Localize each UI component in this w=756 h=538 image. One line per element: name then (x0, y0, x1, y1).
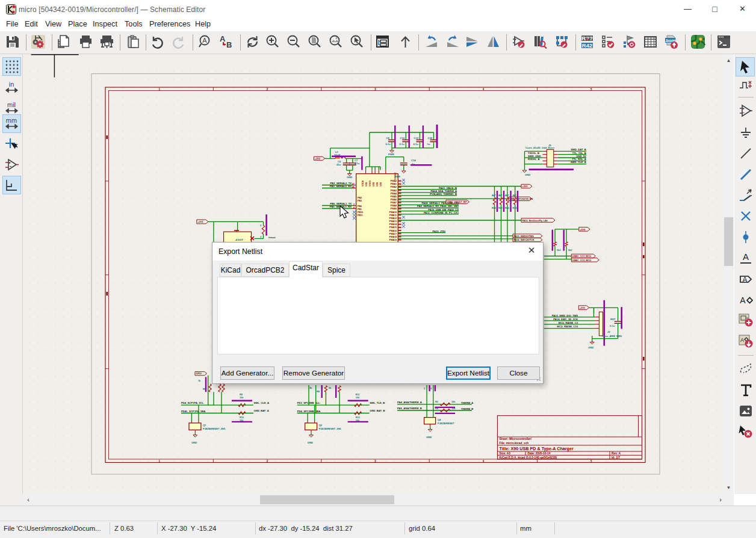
svg-text:GND_5V: GND_5V (576, 155, 586, 158)
svg-text:4: 4 (353, 206, 355, 209)
svg-text:SWL_TLK_B: SWL_TLK_B (370, 401, 385, 404)
svg-text:C10: C10 (400, 137, 405, 140)
svg-text:2: 2 (267, 460, 268, 463)
svg-text:VSS: VSS (373, 182, 375, 187)
svg-text:R10: R10 (240, 416, 244, 419)
svg-text:10k: 10k (240, 397, 244, 399)
svg-text:C14: C14 (411, 159, 416, 162)
svg-text:Q4: Q4 (438, 418, 441, 421)
svg-text:4k7: 4k7 (498, 194, 502, 197)
svg-text:R11: R11 (356, 394, 360, 396)
svg-text:Id: 1/7: Id: 1/7 (612, 456, 620, 459)
svg-text:THERM_B: THERM_B (461, 407, 473, 410)
svg-text:C6: C6 (338, 160, 341, 163)
svg-text:PA4_ANA/THERM_A: PA4_ANA/THERM_A (397, 401, 422, 404)
svg-text:R5: R5 (203, 388, 206, 391)
svg-text:1: 1 (158, 88, 160, 91)
svg-text:PA13_SWD_DIO_TMS: PA13_SWD_DIO_TMS (552, 314, 578, 317)
svg-text:PA12_NexGxxx/Fg_L4d: PA12_NexGxxx/Fg_L4d (522, 220, 548, 222)
svg-text:GND: GND (308, 441, 313, 444)
svg-text:USBC_CC1_MCU: USBC_CC1_MCU (572, 255, 591, 258)
svg-text:A: A (743, 252, 749, 262)
svg-text:TTL_RXL_A: TTL_RXL_A (572, 158, 586, 161)
svg-text:VSS: VSS (376, 182, 379, 187)
svg-text:+5V0: +5V0 (580, 229, 585, 231)
svg-text:PA15_JTDI: PA15_JTDI (432, 230, 445, 233)
svg-text:PJEZB/RESET: PJEZB/RESET (438, 422, 454, 425)
svg-text:A: A (740, 295, 746, 305)
svg-text:PA11_CONFDNE_IN_PC_CX1: PA11_CONFDNE_IN_PC_CX1 (424, 211, 459, 214)
svg-text:GND: GND (525, 173, 530, 176)
svg-text:VDDA: VDDA (362, 180, 364, 187)
svg-text:4: 4 (483, 460, 485, 463)
svg-text:RXDXL_A: RXDXL_A (528, 158, 540, 161)
svg-text:PWA11: PWA11 (389, 214, 397, 217)
svg-text:10k: 10k (240, 419, 244, 422)
svg-text:PWR: PWR (388, 153, 394, 156)
svg-text:4k7: 4k7 (513, 194, 516, 197)
svg-text:1u: 1u (427, 143, 430, 146)
svg-text:PB10: PB10 (358, 211, 363, 214)
svg-text:THERM_A: THERM_A (461, 401, 473, 404)
svg-text:2: 2 (260, 224, 262, 227)
svg-text:PD4L_SCP1PA_3BA: PD4L_SCP1PA_3BA (181, 410, 205, 413)
svg-text:Sheet: /Microcontroller/: Sheet: /Microcontroller/ (500, 438, 532, 441)
svg-text:A: A (202, 37, 207, 44)
svg-text:PWA0: PWA0 (391, 180, 397, 182)
svg-text:0.1u: 0.1u (610, 324, 615, 327)
svg-text:PWA16: PWA16 (389, 230, 397, 232)
svg-text:R22: R22 (505, 207, 509, 209)
svg-text:R23: R23 (513, 207, 517, 209)
svg-text:5: 5 (590, 88, 592, 91)
svg-text:PB0: PB0 (358, 205, 362, 208)
svg-text:GND_BAT_B: GND_BAT_B (370, 409, 385, 412)
svg-text:46: 46 (352, 186, 355, 188)
svg-text:Date: 2020-10-14: Date: 2020-10-14 (528, 452, 551, 455)
svg-text:PD4_SCP1PA_3CL: PD4_SCP1PA_3CL (181, 401, 204, 404)
svg-text:0.1u: 0.1u (414, 143, 419, 146)
svg-text:2k: 2k (309, 387, 312, 389)
svg-text:Size: A3: Size: A3 (500, 452, 511, 455)
svg-text:R21: R21 (498, 207, 503, 209)
svg-text:File: micro.kicad_sch: File: micro.kicad_sch (500, 442, 529, 445)
svg-text:4k7: 4k7 (492, 194, 495, 197)
svg-text:2: 2 (267, 88, 268, 91)
svg-text:PJEZB/RESET_2N5: PJEZB/RESET_2N5 (203, 427, 226, 430)
svg-text:Q2: Q2 (319, 424, 323, 427)
svg-text:PWA12: PWA12 (389, 217, 397, 220)
svg-text:47: 47 (352, 183, 355, 185)
svg-text:PWA7: PWA7 (391, 202, 397, 204)
svg-text:B: B (226, 40, 232, 49)
svg-text:J3: J3 (607, 330, 610, 333)
svg-text:PWA19: PWA19 (389, 239, 397, 241)
svg-text:+3V3: +3V3 (580, 307, 585, 309)
svg-text:+3V3: +3V3 (197, 221, 203, 223)
svg-text:R42: R42 (582, 42, 592, 49)
svg-text:PWA13: PWA13 (389, 220, 397, 223)
svg-text:GND: GND (191, 441, 197, 444)
svg-text:PWA17: PWA17 (389, 233, 397, 235)
svg-text:SWL_CLK_A: SWL_CLK_A (254, 401, 270, 404)
svg-text:R12: R12 (356, 416, 360, 419)
svg-text:+3V3: +3V3 (522, 185, 528, 188)
svg-text:C29: C29 (428, 137, 433, 140)
svg-text:PWA6: PWA6 (391, 199, 397, 201)
svg-text:3: 3 (260, 235, 262, 238)
svg-text:PWA15: PWA15 (389, 226, 397, 229)
svg-text:GND: GND (347, 176, 352, 179)
svg-text:5k1: 5k1 (557, 249, 561, 252)
svg-text:Conn_ARM_SWD: Conn_ARM_SWD (602, 335, 622, 338)
svg-text:PWA9: PWA9 (391, 208, 397, 210)
svg-text:SWD_DAT_B: SWD_DAT_B (571, 148, 586, 151)
svg-text:A: A (742, 276, 747, 284)
svg-text:4k7: 4k7 (505, 194, 509, 197)
svg-text:PB3: PB3 (358, 200, 362, 202)
svg-text:GND_BAT_A: GND_BAT_A (254, 409, 269, 412)
svg-text:R20: R20 (492, 207, 496, 209)
svg-text:2: 2 (430, 388, 432, 390)
svg-text:VSS: VSS (380, 182, 382, 187)
svg-text:MCU_RAISE_C10: MCU_RAISE_C10 (557, 325, 578, 328)
svg-text:/reset: /reset (268, 236, 276, 239)
svg-text:PWR_LATCH2/V5_EN: PWR_LATCH2/V5_EN (510, 198, 533, 200)
svg-text:USBC_CC2_MCU: USBC_CC2_MCU (572, 259, 591, 262)
